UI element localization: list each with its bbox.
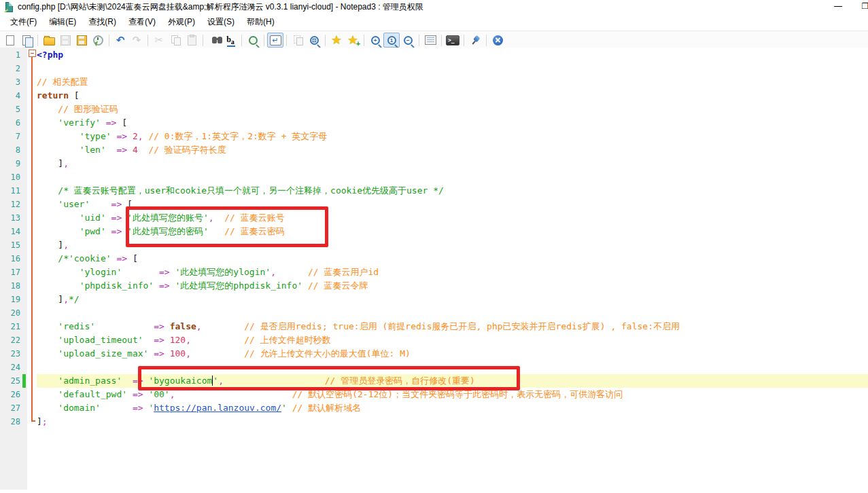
code-line-8[interactable]: 'len' => 4 // 验证码字符长度: [37, 143, 868, 157]
save-as-icon[interactable]: [73, 33, 90, 48]
code-line-17[interactable]: 'ylogin' => '此处填写您的ylogin', // 蓝奏云用户id: [37, 266, 868, 279]
toolbar-separator: [286, 35, 287, 46]
code-line-6[interactable]: 'verify' => [: [37, 116, 868, 130]
toolbar-separator: [464, 35, 464, 46]
new-file-icon[interactable]: [2, 33, 18, 48]
titlebar: config.php [D:\网站\未测\2024蓝奏云网盘挂载&amp;解析程…: [0, 0, 868, 14]
word-wrap-icon[interactable]: ↵: [267, 33, 283, 48]
code-line-9[interactable]: ],: [37, 157, 868, 170]
code-line-5[interactable]: // 图形验证码: [37, 103, 868, 116]
redo-icon[interactable]: ↷: [128, 33, 145, 48]
find-icon[interactable]: [206, 33, 222, 48]
code-line-21[interactable]: 'redis' => false, // 是否启用redis; true:启用 …: [37, 320, 868, 333]
maximize-button[interactable]: ❐: [855, 0, 868, 14]
toolbar-separator: [147, 35, 148, 46]
toolbar-separator: [109, 35, 109, 46]
undo-icon[interactable]: ↶: [112, 33, 128, 48]
menu-item-edit[interactable]: 编辑(E): [43, 14, 82, 30]
code-line-26[interactable]: 'default_pwd' => '00', // 默认空密码(2-12位)；当…: [37, 388, 868, 401]
zoom-in-icon[interactable]: +: [367, 33, 383, 48]
code-line-2[interactable]: [37, 62, 868, 75]
notepad3-window: config.php [D:\网站\未测\2024蓝奏云网盘挂载&amp;解析程…: [0, 0, 868, 493]
menu-item-file[interactable]: 文件(F): [4, 14, 43, 30]
code-line-11[interactable]: /* 蓝奏云账号配置，user和cookie只填一个就可，另一个注释掉，cook…: [37, 184, 868, 198]
toolbar-separator: [264, 35, 264, 46]
code-line-13[interactable]: 'uid' => '此处填写您的账号', // 蓝奏云账号: [37, 211, 868, 225]
code-line-23[interactable]: 'upload_size_max' => 100, // 允许上传文件大小的最大…: [37, 347, 868, 361]
menu-item-appearance[interactable]: 外观(P): [162, 14, 201, 30]
toolbar-separator: [241, 35, 242, 46]
copy-view-icon[interactable]: [290, 33, 306, 48]
code-line-4[interactable]: return [: [37, 89, 868, 103]
zoom-out-icon[interactable]: −: [400, 33, 416, 48]
zoom-icon[interactable]: [245, 33, 261, 48]
cut-icon[interactable]: ✂: [151, 33, 167, 48]
pin-icon[interactable]: [467, 33, 483, 48]
menu-item-search[interactable]: 查找(R): [82, 14, 122, 30]
menu-item-view[interactable]: 查看(V): [122, 14, 162, 30]
toolbar: ↶↷✂ba↵⊡★★++1−>_: [0, 31, 868, 50]
favorites-icon[interactable]: ★: [328, 33, 345, 48]
code-line-25[interactable]: 'admin_pass' => 'bygoukaicom', // 管理员登录密…: [37, 374, 868, 388]
code-line-22[interactable]: 'upload_timeout' => 120, // 上传文件超时秒数: [37, 333, 868, 347]
toolbar-separator: [419, 35, 419, 46]
zoom-sync-icon[interactable]: ⊡: [306, 33, 322, 48]
terminal-icon[interactable]: >_: [445, 33, 461, 48]
revert-history-icon[interactable]: [90, 33, 106, 48]
code-line-7[interactable]: 'type' => 2, // 0:数字，1:英文字，2:数字 + 英文字母: [37, 130, 868, 143]
code-text[interactable]: <?php// 相关配置return [ // 图形验证码 'verify' =…: [0, 48, 868, 428]
code-line-16[interactable]: /*'cookie' => [: [37, 252, 868, 266]
code-line-15[interactable]: ],: [37, 238, 868, 252]
editor-area[interactable]: 1234567891011121314151617181920212223242…: [0, 48, 868, 493]
window-title: config.php [D:\网站\未测\2024蓝奏云网盘挂载&amp;解析程…: [18, 1, 423, 13]
copy-icon[interactable]: [167, 33, 184, 48]
code-line-27[interactable]: 'domain' => 'https://pan.lanzouv.com/' /…: [37, 401, 868, 415]
code-line-3[interactable]: // 相关配置: [37, 75, 868, 89]
code-line-19[interactable]: ],*/: [37, 293, 868, 306]
code-line-28[interactable]: ];: [37, 415, 868, 428]
add-favorite-icon[interactable]: ★+: [345, 33, 361, 48]
code-line-1[interactable]: <?php: [37, 48, 868, 62]
code-line-14[interactable]: 'pwd' => '此处填写您的密码' // 蓝奏云密码: [37, 225, 868, 238]
code-line-10[interactable]: [37, 170, 868, 184]
code-line-24[interactable]: [37, 361, 868, 374]
open-folder-icon[interactable]: [41, 33, 57, 48]
toolbar-separator: [37, 35, 38, 46]
replace-icon[interactable]: ba: [222, 33, 239, 48]
toolbar-separator: [486, 35, 487, 46]
save-icon[interactable]: [57, 33, 73, 48]
toolbar-separator: [325, 35, 326, 46]
zoom-default-icon[interactable]: 1: [383, 33, 400, 48]
window-bottom-edge: [0, 490, 868, 493]
new-window-icon[interactable]: [18, 33, 35, 48]
code-line-20[interactable]: [37, 306, 868, 320]
code-line-18[interactable]: 'phpdisk_info' => '此处填写您的phpdisk_info' /…: [37, 279, 868, 293]
minimize-button[interactable]: —: [828, 0, 848, 14]
toolbar-separator: [203, 35, 203, 46]
document-list-icon[interactable]: [422, 33, 438, 48]
code-line-12[interactable]: 'user' => [: [37, 198, 868, 211]
toolbar-separator: [364, 35, 364, 46]
paste-icon[interactable]: [184, 33, 200, 48]
menu-bar: 文件(F)编辑(E)查找(R)查看(V)外观(P)设置(S)帮助(H): [0, 14, 868, 31]
app-icon: [4, 2, 14, 12]
menu-item-settings[interactable]: 设置(S): [201, 14, 241, 30]
menu-item-help[interactable]: 帮助(H): [241, 14, 281, 30]
exit-icon[interactable]: [489, 33, 506, 48]
toolbar-separator: [441, 35, 442, 46]
